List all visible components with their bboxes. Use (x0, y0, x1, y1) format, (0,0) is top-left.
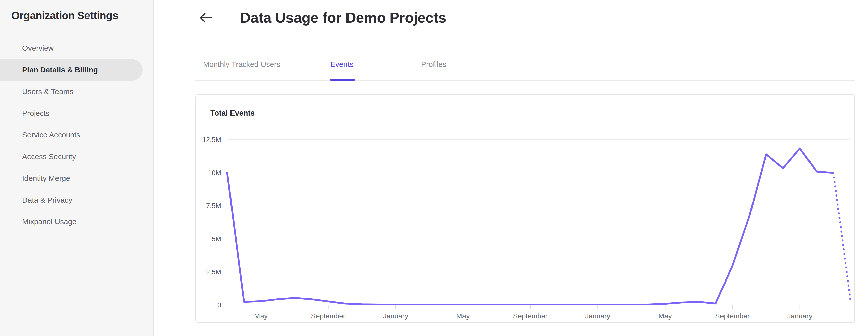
svg-text:5M: 5M (212, 235, 221, 243)
org-settings-page: Organization Settings Overview Plan Deta… (0, 0, 868, 336)
sidebar-item-users-teams[interactable]: Users & Teams (0, 81, 154, 102)
total-events-card: Total Events 02.5M5M7.5M10M12.5MMaySepte… (195, 94, 855, 323)
events-line-chart: 02.5M5M7.5M10M12.5MMaySeptemberJanuaryMa… (196, 134, 855, 323)
svg-text:September: September (715, 312, 750, 320)
svg-text:7.5M: 7.5M (206, 202, 221, 210)
sidebar-item-label: Overview (0, 44, 54, 53)
svg-text:January: January (383, 312, 408, 320)
sidebar-nav: Overview Plan Details & Billing Users & … (0, 37, 154, 233)
sidebar-item-identity-merge[interactable]: Identity Merge (0, 167, 154, 189)
tab-profiles[interactable]: Profiles (421, 57, 446, 72)
svg-text:September: September (513, 312, 548, 320)
sidebar-item-overview[interactable]: Overview (0, 37, 154, 59)
sidebar: Organization Settings Overview Plan Deta… (0, 0, 154, 336)
svg-text:May: May (658, 312, 672, 320)
card-title: Total Events (210, 109, 255, 117)
sidebar-item-label: Access Security (0, 152, 76, 161)
tabs-divider (195, 81, 856, 81)
sidebar-item-label: Users & Teams (0, 87, 73, 96)
sidebar-item-service-accounts[interactable]: Service Accounts (0, 124, 154, 146)
svg-text:January: January (585, 312, 610, 320)
svg-text:January: January (787, 312, 812, 320)
sidebar-item-label: Data & Privacy (0, 196, 72, 204)
svg-text:0: 0 (217, 301, 221, 309)
sidebar-item-label: Identity Merge (0, 174, 70, 183)
sidebar-title: Organization Settings (11, 9, 118, 22)
sidebar-item-mixpanel-usage[interactable]: Mixpanel Usage (0, 211, 154, 233)
tab-monthly-tracked-users[interactable]: Monthly Tracked Users (203, 57, 280, 72)
sidebar-item-label: Plan Details & Billing (0, 66, 98, 74)
sidebar-item-label: Projects (0, 109, 50, 118)
sidebar-item-projects[interactable]: Projects (0, 102, 154, 124)
sidebar-item-label: Mixpanel Usage (0, 217, 76, 226)
svg-text:2.5M: 2.5M (206, 268, 221, 276)
back-button[interactable] (198, 10, 213, 25)
sidebar-item-plan-details-billing[interactable]: Plan Details & Billing (0, 59, 143, 81)
svg-text:May: May (254, 312, 268, 320)
tab-events[interactable]: Events (330, 57, 353, 72)
active-tab-indicator (330, 79, 355, 81)
svg-text:10M: 10M (208, 169, 221, 177)
card-header: Total Events (196, 95, 855, 133)
svg-text:12.5M: 12.5M (202, 136, 221, 144)
sidebar-item-label: Service Accounts (0, 131, 80, 139)
svg-text:September: September (311, 312, 345, 320)
sidebar-item-data-privacy[interactable]: Data & Privacy (0, 189, 154, 211)
arrow-left-icon (198, 22, 213, 26)
page-title: Data Usage for Demo Projects (240, 9, 446, 26)
sidebar-item-access-security[interactable]: Access Security (0, 146, 154, 167)
svg-text:May: May (457, 312, 470, 320)
